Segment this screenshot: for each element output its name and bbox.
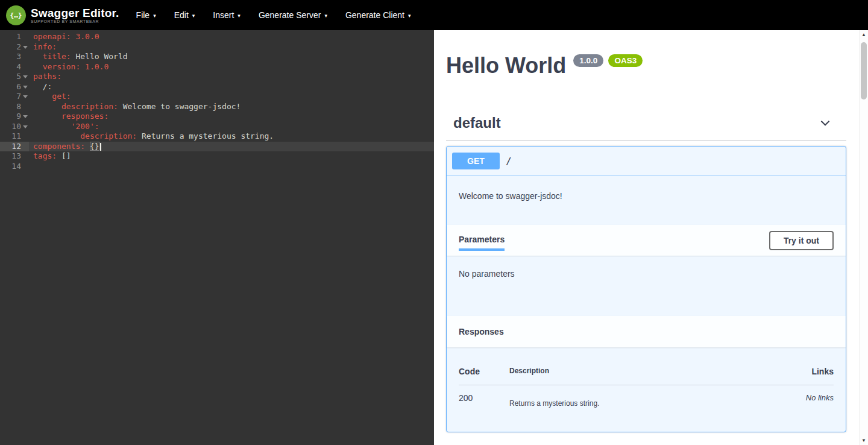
api-info: Hello World 1.0.0 OAS3 [446, 53, 846, 78]
operation-summary[interactable]: GET / [447, 147, 846, 176]
no-parameters-text: No parameters [447, 256, 846, 316]
line-number: 7 [0, 92, 29, 102]
parameters-title: Parameters [459, 235, 505, 251]
editor-line[interactable]: 4 version: 1.0.0 [0, 62, 434, 72]
response-code: 200 [459, 393, 509, 408]
yaml-editor[interactable]: 1openapi: 3.0.02info:3 title: Hello Worl… [0, 30, 434, 445]
swagger-editor-logo[interactable]: {…} Swagger Editor. Supported by SMARTBE… [6, 5, 119, 25]
editor-line[interactable]: 6 /: [0, 82, 434, 92]
menu-label: Insert [213, 10, 234, 20]
code-text [29, 162, 33, 172]
editor-line[interactable]: 8 description: Welcome to swagger-jsdoc! [0, 102, 434, 112]
code-text: description: Welcome to swagger-jsdoc! [29, 102, 241, 112]
main-split: 1openapi: 3.0.02info:3 title: Hello Worl… [0, 30, 868, 445]
code-text: description: Returns a mysterious string… [29, 131, 274, 142]
code-text: /: [29, 82, 52, 92]
menu-label: File [136, 10, 150, 20]
code-text: responses: [29, 112, 108, 122]
code-text: info: [29, 42, 57, 52]
line-number: 2 [0, 42, 29, 52]
fold-arrow-icon[interactable] [23, 46, 28, 49]
line-number: 14 [0, 162, 29, 172]
line-number: 3 [0, 52, 29, 62]
text-cursor [100, 143, 101, 151]
fold-arrow-icon[interactable] [23, 95, 28, 98]
line-number: 5 [0, 72, 29, 82]
line-number: 1 [0, 32, 29, 42]
api-docs-preview: Hello World 1.0.0 OAS3 default GET / Wel… [434, 30, 859, 445]
editor-line[interactable]: 1openapi: 3.0.0 [0, 32, 434, 42]
parameters-header: Parameters Try it out [447, 225, 846, 256]
fold-arrow-icon[interactable] [23, 125, 28, 128]
version-badge: 1.0.0 [573, 54, 603, 67]
app-title: Swagger Editor. [31, 7, 119, 19]
caret-down-icon: ▾ [237, 13, 241, 19]
operation-description: Welcome to swagger-jsdoc! [447, 176, 846, 225]
menu-edit[interactable]: Edit▾ [174, 10, 195, 20]
line-number: 9 [0, 112, 29, 122]
fold-arrow-icon[interactable] [23, 115, 28, 118]
api-badges: 1.0.0 OAS3 [573, 54, 643, 67]
editor-line[interactable]: 14 [0, 162, 434, 172]
swagger-logo-icon: {…} [6, 5, 26, 25]
operation-path: / [506, 156, 512, 167]
api-title: Hello World [446, 53, 566, 78]
menu-generate-client[interactable]: Generate Client▾ [345, 10, 411, 20]
response-row: 200Returns a mysterious string.No links [459, 385, 834, 408]
opblock-get: GET / Welcome to swagger-jsdoc! Paramete… [446, 146, 846, 432]
topbar-menu: File▾Edit▾Insert▾Generate Server▾Generat… [136, 10, 411, 20]
menu-label: Generate Server [259, 10, 321, 20]
col-code: Code [459, 367, 509, 376]
responses-header: Responses [447, 316, 846, 347]
scroll-up-icon[interactable]: ▲ [860, 32, 868, 37]
editor-line[interactable]: 12components: {} [0, 142, 434, 152]
line-number: 13 [0, 151, 29, 162]
fold-arrow-icon[interactable] [23, 75, 28, 78]
tag-name: default [453, 115, 501, 131]
fold-arrow-icon[interactable] [23, 86, 28, 89]
line-number: 6 [0, 82, 29, 92]
code-text: '200': [29, 122, 99, 132]
menu-label: Edit [174, 10, 189, 20]
code-text: paths: [29, 72, 61, 82]
line-number: 8 [0, 102, 29, 112]
responses-table-header: Code Description Links [459, 347, 834, 385]
editor-line[interactable]: 13tags: [] [0, 151, 434, 162]
response-links: No links [755, 393, 834, 408]
editor-line[interactable]: 3 title: Hello World [0, 52, 434, 62]
editor-line[interactable]: 5paths: [0, 72, 434, 82]
response-description: Returns a mysterious string. [509, 393, 755, 408]
line-number: 12 [0, 142, 29, 152]
scrollbar[interactable]: ▲ ▼ [859, 30, 868, 445]
oas3-badge: OAS3 [608, 54, 643, 67]
editor-lines: 1openapi: 3.0.02info:3 title: Hello Worl… [0, 32, 434, 171]
tag-section-default[interactable]: default [446, 115, 846, 141]
logo-text: Swagger Editor. Supported by SMARTBEAR [31, 7, 119, 24]
editor-line[interactable]: 7 get: [0, 92, 434, 102]
line-number: 4 [0, 62, 29, 72]
scroll-down-icon[interactable]: ▼ [860, 438, 868, 443]
menu-generate-server[interactable]: Generate Server▾ [259, 10, 327, 20]
menu-insert[interactable]: Insert▾ [213, 10, 241, 20]
code-text: version: 1.0.0 [29, 62, 108, 72]
try-it-out-button[interactable]: Try it out [769, 231, 834, 250]
topbar: {…} Swagger Editor. Supported by SMARTBE… [0, 0, 868, 30]
col-description: Description [509, 367, 755, 376]
responses-table-body: 200Returns a mysterious string.No links [459, 385, 834, 408]
code-text: get: [29, 92, 71, 102]
code-text: tags: [] [29, 151, 71, 162]
editor-line[interactable]: 11 description: Returns a mysterious str… [0, 131, 434, 142]
responses-table: Code Description Links 200Returns a myst… [447, 347, 846, 432]
menu-file[interactable]: File▾ [136, 10, 156, 20]
editor-line[interactable]: 10 '200': [0, 122, 434, 132]
scrollbar-thumb[interactable] [861, 42, 867, 99]
http-method-badge: GET [452, 153, 500, 169]
caret-down-icon: ▾ [324, 13, 327, 19]
caret-down-icon: ▾ [192, 13, 195, 19]
chevron-down-icon[interactable] [819, 116, 832, 130]
code-text: title: Hello World [29, 52, 128, 62]
code-text: openapi: 3.0.0 [29, 32, 99, 42]
line-number: 10 [0, 122, 29, 132]
editor-line[interactable]: 2info: [0, 42, 434, 52]
editor-line[interactable]: 9 responses: [0, 112, 434, 122]
